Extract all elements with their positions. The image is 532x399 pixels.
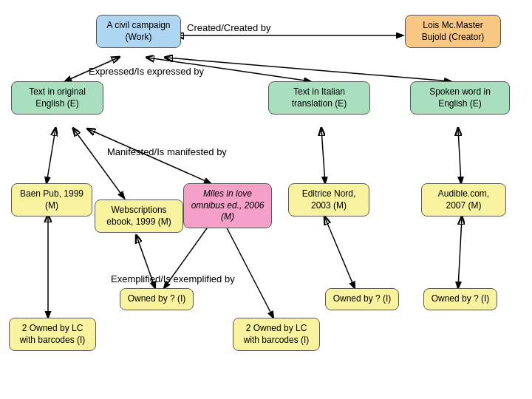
miles-in-love-label: Miles in love omnibus ed., 2006 (M) [191,188,265,222]
lc-barcodes-2-label: 2 Owned by LC with barcodes (I) [244,323,310,345]
svg-line-7 [321,129,325,183]
text-english-node: Text in original English (E) [11,81,103,115]
spoken-english-node: Spoken word in English (E) [410,81,510,115]
created-by-label: Created/Created by [187,22,270,33]
owned-by-2-label: Owned by ? (I) [333,293,392,304]
lc-barcodes-1-node: 2 Owned by LC with barcodes (I) [9,318,96,351]
baen-pub-node: Baen Pub, 1999 (M) [11,183,92,216]
expressed-by-label: Expressed/Is expressed by [89,66,204,77]
manifested-by-label: Manifested/Is manifested by [107,146,227,157]
svg-line-4 [47,129,55,183]
creator-label: Lois Mc.Master Bujold (Creator) [422,20,485,42]
text-italian-label: Text in Italian translation (E) [292,86,347,109]
owned-by-1-node: Owned by ? (I) [120,288,194,310]
owned-by-3-label: Owned by ? (I) [432,293,490,304]
text-english-label: Text in original English (E) [29,86,86,109]
svg-line-13 [325,218,355,288]
spoken-english-label: Spoken word in English (E) [429,86,491,109]
webscriptions-node: Webscriptions ebook, 1999 (M) [95,200,183,233]
owned-by-1-label: Owned by ? (I) [128,293,186,304]
svg-line-8 [458,129,461,183]
svg-line-3 [166,58,451,81]
baen-pub-label: Baen Pub, 1999 (M) [20,188,83,211]
diagram: A civil campaign (Work) Lois Mc.Master B… [0,0,532,399]
svg-line-14 [458,218,462,288]
lc-barcodes-1-label: 2 Owned by LC with barcodes (I) [20,323,86,345]
exemplified-by-label: Exemplified/Is exemplified by [111,273,235,284]
owned-by-3-node: Owned by ? (I) [423,288,497,310]
svg-line-12 [222,218,273,318]
owned-by-2-node: Owned by ? (I) [325,288,399,310]
editrice-nord-label: Editrice Nord, 2003 (M) [302,188,356,211]
creator-node: Lois Mc.Master Bujold (Creator) [405,15,501,48]
text-italian-node: Text in Italian translation (E) [268,81,370,115]
work-label: A civil campaign (Work) [106,20,170,42]
audible-label: Audible.com, 2007 (M) [438,188,489,211]
lc-barcodes-2-node: 2 Owned by LC with barcodes (I) [233,318,320,351]
miles-in-love-node: Miles in love omnibus ed., 2006 (M) [183,183,272,228]
audible-node: Audible.com, 2007 (M) [421,183,506,216]
webscriptions-label: Webscriptions ebook, 1999 (M) [106,205,171,227]
editrice-nord-node: Editrice Nord, 2003 (M) [288,183,369,216]
work-node: A civil campaign (Work) [96,15,181,48]
